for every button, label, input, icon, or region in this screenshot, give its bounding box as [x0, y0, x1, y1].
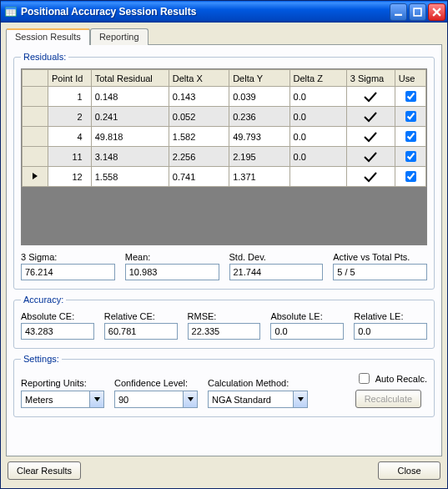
titlebar: Positional Accuracy Session Results	[1, 1, 447, 23]
label-auto-recalc: Auto Recalc.	[375, 374, 427, 384]
col-total-residual[interactable]: Total Residual	[91, 70, 169, 87]
tab-session-results[interactable]: Session Results	[6, 28, 90, 45]
svg-rect-1	[6, 8, 16, 10]
table-row[interactable]: 113.1482.2562.1950.0	[23, 147, 426, 167]
recalculate-button[interactable]: Recalculate	[355, 390, 421, 408]
checkbox-use[interactable]	[405, 151, 416, 162]
table-row[interactable]: 10.1480.1430.0390.0	[23, 87, 426, 107]
cell-total-residual[interactable]: 0.148	[91, 87, 169, 107]
combo-calculation-method[interactable]	[208, 391, 308, 408]
col-use[interactable]: Use	[395, 70, 425, 87]
cell-3sigma[interactable]	[346, 167, 395, 187]
col-3sigma[interactable]: 3 Sigma	[346, 70, 395, 87]
field-mean[interactable]	[125, 264, 219, 280]
table-header-row: Point Id Total Residual Delta X Delta Y …	[23, 70, 426, 87]
window: Positional Accuracy Session Results Sess…	[0, 0, 448, 489]
combo-calc-method-input[interactable]	[208, 391, 294, 408]
field-active-vs-total[interactable]	[333, 264, 427, 280]
cell-total-residual[interactable]: 0.241	[91, 107, 169, 127]
col-point-id[interactable]: Point Id	[48, 70, 92, 87]
cell-use[interactable]	[395, 167, 425, 187]
cell-delta-x[interactable]: 2.256	[169, 147, 229, 167]
cell-delta-y[interactable]: 49.793	[229, 127, 289, 147]
checkbox-use[interactable]	[405, 131, 416, 142]
client-area: Session Results Reporting Residuals:	[1, 23, 447, 488]
row-header[interactable]	[23, 127, 48, 147]
combo-confidence-input[interactable]	[114, 391, 184, 408]
cell-delta-y[interactable]: 0.236	[229, 107, 289, 127]
checkbox-use[interactable]	[405, 111, 416, 122]
cell-delta-x[interactable]: 0.741	[169, 167, 229, 187]
chevron-down-icon[interactable]	[184, 391, 198, 408]
cell-delta-y[interactable]: 2.195	[229, 147, 289, 167]
checkbox-use[interactable]	[405, 91, 416, 102]
svg-rect-7	[414, 8, 421, 16]
field-3sigma[interactable]	[21, 264, 115, 280]
table-row[interactable]: 20.2410.0520.2360.0	[23, 107, 426, 127]
label-3sigma: 3 Sigma:	[21, 252, 115, 262]
cell-3sigma[interactable]	[346, 87, 395, 107]
app-icon	[4, 5, 18, 18]
row-header[interactable]	[23, 107, 48, 127]
cell-use[interactable]	[395, 87, 425, 107]
cell-delta-y[interactable]: 1.371	[229, 167, 289, 187]
minimize-button[interactable]	[390, 3, 407, 21]
cell-3sigma[interactable]	[346, 147, 395, 167]
cell-total-residual[interactable]: 3.148	[91, 147, 169, 167]
chevron-down-icon[interactable]	[294, 391, 308, 408]
field-relative-le[interactable]	[354, 323, 427, 340]
cell-3sigma[interactable]	[346, 127, 395, 147]
residuals-grid[interactable]: Point Id Total Residual Delta X Delta Y …	[21, 68, 427, 245]
cell-delta-z[interactable]: 0.0	[289, 147, 346, 167]
field-relative-ce[interactable]	[104, 323, 178, 340]
chevron-down-icon[interactable]	[90, 391, 104, 408]
cell-delta-x[interactable]: 0.052	[169, 107, 229, 127]
label-calculation-method: Calculation Method:	[208, 378, 308, 388]
cell-delta-x[interactable]: 0.143	[169, 87, 229, 107]
field-rmse[interactable]	[188, 323, 261, 340]
cell-point-id[interactable]: 1	[48, 87, 92, 107]
cell-point-id[interactable]: 2	[48, 107, 92, 127]
cell-delta-z[interactable]: 0.0	[289, 87, 346, 107]
field-absolute-ce[interactable]	[21, 323, 94, 340]
row-header[interactable]	[23, 87, 48, 107]
label-stddev: Std. Dev.	[229, 252, 324, 262]
field-absolute-le[interactable]	[270, 323, 344, 340]
cell-use[interactable]	[395, 147, 425, 167]
tab-page-session-results: Residuals: Point Id Total Resid	[6, 44, 442, 456]
tab-reporting[interactable]: Reporting	[90, 28, 148, 45]
close-button[interactable]	[428, 3, 445, 21]
close-dialog-button[interactable]: Close	[378, 461, 440, 480]
checkbox-use[interactable]	[405, 171, 416, 182]
cell-point-id[interactable]: 11	[48, 147, 92, 167]
cell-delta-z[interactable]	[289, 167, 346, 187]
col-delta-z[interactable]: Delta Z	[289, 70, 346, 87]
cell-total-residual[interactable]: 1.558	[91, 167, 169, 187]
cell-point-id[interactable]: 12	[48, 167, 92, 187]
row-header[interactable]	[23, 147, 48, 167]
checkbox-auto-recalc[interactable]	[359, 373, 370, 384]
col-delta-x[interactable]: Delta X	[169, 70, 229, 87]
cell-use[interactable]	[395, 127, 425, 147]
combo-confidence-level[interactable]	[114, 391, 198, 408]
group-residuals-legend: Residuals:	[21, 52, 68, 62]
cell-delta-z[interactable]: 0.0	[289, 127, 346, 147]
label-confidence-level: Confidence Level:	[114, 378, 198, 388]
maximize-button[interactable]	[409, 3, 426, 21]
field-stddev[interactable]	[229, 264, 324, 280]
combo-reporting-units-input[interactable]	[21, 391, 90, 408]
cell-point-id[interactable]: 4	[48, 127, 92, 147]
combo-reporting-units[interactable]	[21, 391, 104, 408]
cell-delta-x[interactable]: 1.582	[169, 127, 229, 147]
table-row[interactable]: 121.5580.7411.371	[23, 167, 426, 187]
cell-total-residual[interactable]: 49.818	[91, 127, 169, 147]
row-header[interactable]	[23, 167, 48, 187]
cell-delta-z[interactable]: 0.0	[289, 107, 346, 127]
table-row[interactable]: 449.8181.58249.7930.0	[23, 127, 426, 147]
cell-delta-y[interactable]: 0.039	[229, 87, 289, 107]
clear-results-button[interactable]: Clear Results	[8, 461, 81, 480]
cell-use[interactable]	[395, 107, 425, 127]
col-delta-y[interactable]: Delta Y	[229, 70, 289, 87]
window-title: Positional Accuracy Session Results	[21, 6, 390, 18]
cell-3sigma[interactable]	[346, 107, 395, 127]
